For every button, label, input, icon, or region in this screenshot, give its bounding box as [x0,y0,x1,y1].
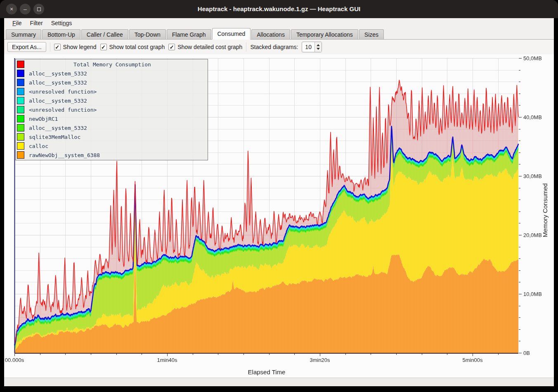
stacked-diagrams-label: Stacked diagrams: [250,44,298,50]
legend-label: <unresolved function> [29,89,97,95]
y-tick-label: 30,0MB [523,173,542,179]
legend-swatch-icon [17,124,24,131]
x-tick-label: 5min00s [462,357,482,363]
status-bar [4,378,554,386]
stacked-diagrams-spinbox[interactable]: 10 [302,42,322,52]
legend-entry-4: <unresolved function> [16,105,208,114]
legend-entry-3: alloc__system_5332 [16,96,208,105]
checkbox-show-total-cost-graph[interactable]: ✓Show total cost graph [100,44,165,50]
legend-swatch-icon [17,142,24,150]
y-tick-label: 50,0MB [523,55,542,61]
spin-up-icon[interactable] [317,44,320,46]
legend-entry-6: alloc__system_5332 [16,123,208,132]
legend-entry-2: <unresolved function> [16,87,208,96]
window-titlebar[interactable]: × – Heaptrack - heaptrack.wakunode.1.gz … [0,0,558,18]
window: × – Heaptrack - heaptrack.wakunode.1.gz … [0,0,558,392]
tab-summary[interactable]: Summary [6,29,41,39]
y-tick-label: 20,0MB [523,232,542,238]
tab-consumed[interactable]: Consumed [212,28,251,40]
legend-swatch-icon [17,79,24,86]
tab-bar: SummaryBottom-UpCaller / CalleeTop-DownF… [4,28,554,40]
spin-down-icon[interactable] [317,48,320,50]
menu-item-file[interactable]: File [8,18,26,28]
y-axis-title: Memory Consumed [541,183,549,237]
tab-allocations[interactable]: Allocations [251,29,290,39]
legend-swatch-icon [17,70,24,77]
menu-bar: FileFilterSettings [4,18,554,28]
legend-label: Total Memory Consumption [29,61,196,68]
legend-label: sqlite3MemMalloc [29,134,80,140]
memory-chart-panel: Total Memory Consumptionalloc__system_53… [4,54,554,378]
checkbox-label: Show legend [63,44,97,50]
legend-label: alloc__system_5332 [29,125,87,131]
checkmark-icon: ✓ [168,44,175,50]
checkmark-icon: ✓ [100,44,107,50]
legend-label: <unresolved function> [29,107,97,113]
toolbar-checkboxes: ✓Show legend✓Show total cost graph✓Show … [54,44,243,50]
tab-flame-graph[interactable]: Flame Graph [167,29,211,39]
legend-label: rawNewObj__system_6388 [29,152,100,158]
export-as-button[interactable]: Export As... [7,42,46,52]
toolbar: Export As... ✓Show legend✓Show total cos… [4,40,554,54]
y-tick-label: 0B [523,350,530,356]
window-controls: × – [6,4,44,14]
menu-item-settings[interactable]: Settings [47,18,76,28]
toolbar-separator [50,42,50,52]
legend-title-row: Total Memory Consumption [16,60,208,69]
x-tick-label: 3min20s [310,357,330,363]
legend-swatch-icon [17,88,24,95]
chart-legend: Total Memory Consumptionalloc__system_53… [15,59,208,160]
tab-temporary-allocations[interactable]: Temporary Allocations [291,29,358,39]
legend-label: alloc__system_5332 [29,70,87,77]
minimize-icon: – [24,6,27,12]
tab-bottom-up[interactable]: Bottom-Up [42,29,80,39]
toolbar-separator [246,42,246,52]
legend-swatch-icon [17,106,24,113]
tab-caller-callee[interactable]: Caller / Callee [81,29,128,39]
legend-entry-9: rawNewObj__system_6388 [16,150,208,160]
y-tick-label: 10,0MB [523,291,542,297]
checkbox-label: Show total cost graph [109,44,165,50]
legend-label: newObjRC1 [29,116,58,122]
legend-entry-0: alloc__system_5332 [16,69,208,78]
minimize-button[interactable]: – [20,4,31,14]
legend-swatch-icon [17,133,24,141]
tab-sizes[interactable]: Sizes [359,29,384,39]
maximize-button[interactable] [33,4,44,14]
x-tick-label: 00.000s [5,357,24,363]
legend-entry-1: alloc__system_5332 [16,78,208,87]
window-title: Heaptrack - heaptrack.wakunode.1.gz — He… [0,0,558,18]
legend-entry-8: calloc [16,141,208,150]
legend-swatch-icon [17,115,24,122]
close-button[interactable]: × [6,4,17,14]
stacked-diagrams-value: 10 [302,42,314,52]
legend-swatch-icon [17,151,24,159]
close-icon: × [10,6,13,12]
y-tick-label: 40,0MB [523,114,542,120]
legend-swatch-icon [17,61,24,68]
menu-item-filter[interactable]: Filter [26,18,47,28]
legend-swatch-icon [17,97,24,104]
checkbox-show-detailed-cost-graph[interactable]: ✓Show detailed cost graph [168,44,242,50]
legend-entry-5: newObjRC1 [16,114,208,123]
legend-label: alloc__system_5332 [29,98,87,104]
x-axis-title: Elapsed Time [248,369,286,376]
legend-label: calloc [29,143,48,149]
maximize-icon [37,7,41,11]
x-tick-label: 1min40s [157,357,177,363]
legend-entry-7: sqlite3MemMalloc [16,132,208,141]
checkbox-show-legend[interactable]: ✓Show legend [54,44,97,50]
tab-top-down[interactable]: Top-Down [129,29,166,39]
checkmark-icon: ✓ [54,44,61,50]
window-content: FileFilterSettings SummaryBottom-UpCalle… [4,18,554,386]
legend-label: alloc__system_5332 [29,80,87,86]
checkbox-label: Show detailed cost graph [177,44,242,50]
